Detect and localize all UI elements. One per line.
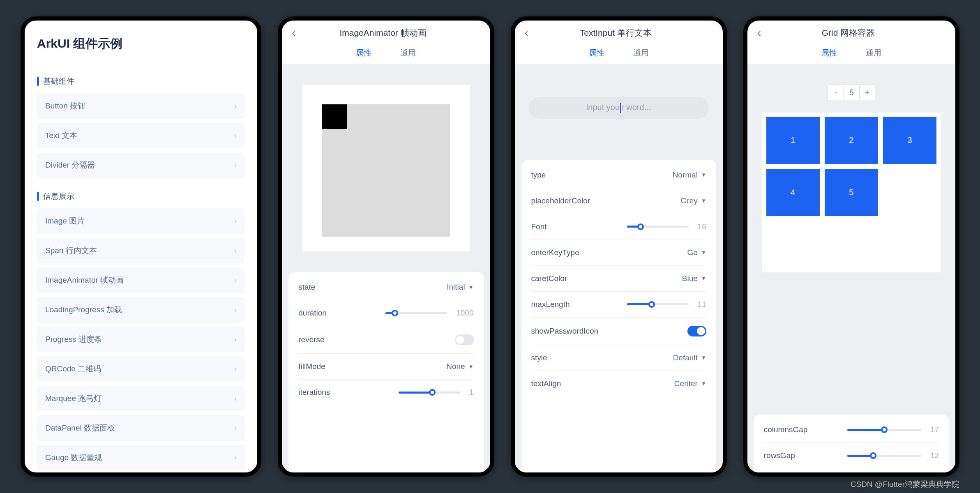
font-slider[interactable] — [627, 226, 689, 228]
prop-placeholder-color[interactable]: placeholderColor Grey▼ — [531, 188, 706, 214]
back-icon[interactable]: ‹ — [525, 27, 528, 39]
nav-item-label: Marquee 跑马灯 — [45, 393, 101, 404]
chevron-right-icon: › — [234, 335, 237, 344]
columnsgap-slider[interactable] — [847, 429, 921, 431]
chevron-down-icon: ▼ — [701, 275, 706, 281]
phone-image-animator: ‹ ImageAnimator 帧动画 属性 通用 state Initial … — [278, 16, 494, 477]
nav-item[interactable]: Marquee 跑马灯› — [37, 386, 245, 411]
prop-type[interactable]: type Normal▼ — [531, 162, 706, 188]
chevron-right-icon: › — [234, 217, 237, 226]
iterations-slider[interactable] — [399, 392, 460, 394]
nav-item[interactable]: Text 文本› — [37, 123, 245, 148]
back-icon[interactable]: ‹ — [292, 27, 295, 39]
tab-common[interactable]: 通用 — [633, 48, 649, 58]
nav-item-label: Span 行内文本 — [45, 245, 97, 256]
nav-item[interactable]: Span 行内文本› — [37, 238, 245, 263]
chevron-right-icon: › — [234, 394, 237, 403]
prop-label: fillMode — [298, 362, 325, 371]
prop-font: Font 16 — [531, 214, 706, 240]
tab-attributes[interactable]: 属性 — [589, 48, 604, 58]
stepper-value: 5 — [844, 85, 859, 100]
cell-count-stepper: - 5 + — [828, 85, 875, 100]
page-title: Grid 网格容器 — [761, 27, 945, 39]
nav-item[interactable]: Progress 进度条› — [37, 327, 245, 352]
tabs: 属性 通用 — [515, 44, 723, 64]
tab-common[interactable]: 通用 — [866, 48, 881, 58]
section-info-display: 信息展示 — [37, 191, 245, 202]
properties-panel: columnsGap 17 rowsGap 12 — [754, 415, 949, 472]
prop-state[interactable]: state Initial ▼ — [298, 274, 473, 300]
preview-area — [282, 64, 490, 272]
content-area: input your word... type Normal▼ placehol… — [515, 64, 723, 472]
prop-caretcolor[interactable]: caretColor Blue▼ — [531, 266, 706, 292]
nav-item-label: Gauge 数据量规 — [45, 452, 102, 463]
prop-label: duration — [298, 309, 327, 318]
nav-item[interactable]: Gauge 数据量规› — [37, 445, 245, 470]
nav-item-label: Text 文本 — [45, 130, 77, 141]
grid-cell[interactable]: 1 — [766, 117, 820, 164]
prop-reverse: reverse — [298, 326, 473, 354]
tab-attributes[interactable]: 属性 — [821, 48, 837, 58]
tab-attributes[interactable]: 属性 — [356, 48, 371, 58]
nav-item[interactable]: Divider 分隔器› — [37, 152, 245, 178]
prop-textalign[interactable]: textAlign Center▼ — [531, 371, 706, 396]
page-title: TextInput 单行文本 — [528, 27, 713, 39]
header: ‹ Grid 网格容器 — [747, 21, 955, 44]
showpasswordicon-toggle[interactable] — [687, 326, 706, 336]
stepper-plus[interactable]: + — [859, 85, 875, 100]
animator-bg — [322, 104, 450, 237]
nav-item-label: ImageAnimator 帧动画 — [45, 275, 124, 286]
prop-showpasswordicon: showPasswordIcon — [531, 318, 706, 345]
tabs: 属性 通用 — [747, 44, 955, 64]
preview-area: - 5 + 12345 — [747, 64, 955, 415]
grid-cell[interactable]: 5 — [825, 169, 878, 216]
prop-maxlength: maxLength 11 — [531, 292, 706, 318]
phone-component-list: ArkUI 组件示例 基础组件 Button 按钮›Text 文本›Divide… — [21, 16, 261, 477]
prop-duration: duration 1000 — [298, 300, 473, 326]
chevron-right-icon: › — [234, 131, 237, 140]
maxlength-slider[interactable] — [627, 303, 689, 305]
tab-common[interactable]: 通用 — [400, 48, 416, 58]
prop-enterkeytype[interactable]: enterKeyType Go▼ — [531, 240, 706, 266]
phone-text-input: ‹ TextInput 单行文本 属性 通用 input your word..… — [511, 16, 727, 477]
chevron-right-icon: › — [234, 276, 237, 285]
page-title: ImageAnimator 帧动画 — [296, 27, 480, 39]
watermark: CSDN @Flutter鸿蒙梁典典学院 — [851, 479, 959, 490]
text-input-field[interactable]: input your word... — [529, 97, 709, 119]
chevron-right-icon: › — [234, 424, 237, 433]
stepper-minus[interactable]: - — [828, 85, 844, 100]
grid-cell[interactable]: 3 — [883, 117, 936, 164]
prop-fillmode[interactable]: fillMode None ▼ — [298, 354, 473, 380]
grid-cell[interactable]: 4 — [766, 169, 820, 216]
nav-item[interactable]: ImageAnimator 帧动画› — [37, 267, 245, 293]
nav-item[interactable]: QRCode 二维码› — [37, 356, 245, 382]
nav-item[interactable]: Image 图片› — [37, 208, 245, 234]
prop-style[interactable]: style Default▼ — [531, 345, 706, 371]
phone-grid: ‹ Grid 网格容器 属性 通用 - 5 + 12345 columnsGap — [743, 16, 959, 477]
nav-item[interactable]: Button 按钮› — [37, 93, 245, 119]
rowsgap-slider[interactable] — [847, 455, 921, 457]
properties-panel: type Normal▼ placeholderColor Grey▼ Font… — [521, 160, 716, 472]
preview-area: input your word... — [515, 64, 723, 160]
nav-item-label: Button 按钮 — [45, 101, 85, 111]
reverse-toggle[interactable] — [455, 334, 474, 345]
chevron-right-icon: › — [234, 365, 237, 373]
nav-item[interactable]: DataPanel 数据面板› — [37, 415, 245, 441]
duration-slider[interactable] — [385, 312, 447, 314]
tabs: 属性 通用 — [282, 44, 490, 64]
nav-item-label: Image 图片 — [45, 216, 85, 226]
text-caret — [620, 103, 621, 113]
grid-cell[interactable]: 2 — [825, 117, 878, 164]
chevron-down-icon: ▼ — [701, 172, 706, 178]
chevron-right-icon: › — [234, 454, 237, 462]
chevron-down-icon: ▼ — [701, 198, 706, 204]
chevron-down-icon: ▼ — [701, 249, 706, 256]
chevron-right-icon: › — [234, 161, 237, 170]
nav-item-label: Divider 分隔器 — [45, 160, 95, 170]
properties-panel: state Initial ▼ duration 1000 reverse — [288, 272, 483, 472]
nav-item-label: DataPanel 数据面板 — [45, 423, 115, 433]
header: ‹ TextInput 单行文本 — [515, 21, 723, 44]
chevron-down-icon: ▼ — [701, 355, 706, 361]
nav-item[interactable]: LoadingProgress 加载› — [37, 297, 245, 323]
back-icon[interactable]: ‹ — [757, 27, 761, 39]
